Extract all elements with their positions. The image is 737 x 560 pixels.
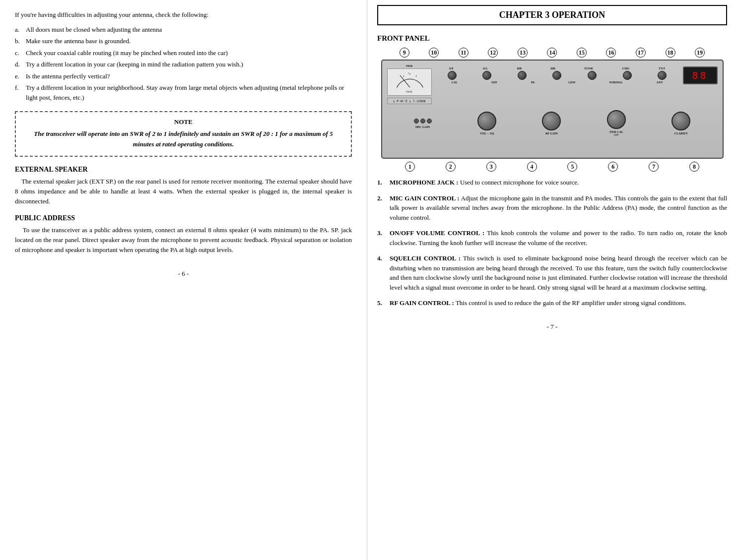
knob-hb1	[518, 71, 527, 80]
rf-gain-knob	[542, 112, 561, 130]
list-item: d. Try a different location in your car …	[15, 60, 352, 69]
labels-row-2: CAL OFF PA LDW NORMAL ANT	[435, 81, 680, 84]
knob-al	[482, 71, 491, 80]
bottom-knobs-row: MIC GAIN VOL ←SQ RF GAIN SWR CAL OFF	[382, 106, 723, 140]
desc-item-4: 4. SQUELCH CONTROL : This switch is used…	[377, 253, 727, 292]
knob-chg	[623, 71, 632, 80]
desc-num-4: 4.	[377, 253, 390, 292]
list-letter-d: d.	[15, 60, 26, 69]
descriptions-list: 1. MICROPHONE JACK : Used to connect mic…	[377, 178, 727, 308]
swr-meter-area: SWR 1 S ∞	[387, 64, 432, 104]
knob-sf	[448, 71, 457, 80]
list-item: c. Check your coaxial cable routing (it …	[15, 48, 352, 58]
vol-sq-knob	[477, 112, 496, 130]
label-chg: CHG	[622, 66, 630, 70]
desc-title-2: MIC GAIN CONTROL :	[390, 194, 460, 202]
label-hb1: HB	[517, 66, 522, 70]
knob-txt	[658, 71, 667, 80]
desc-num-3: 3.	[377, 228, 390, 248]
desc-title-4: SQUELCH CONTROL :	[390, 254, 461, 262]
labels-row-1: S/F A/L HB HB TONE CHG TXT	[435, 66, 680, 70]
chapter-header: CHAPTER 3 OPERATION	[377, 5, 727, 25]
right-panel: CHAPTER 3 OPERATION FRONT PANEL 9 10 11 …	[367, 0, 737, 560]
num-19: 19	[695, 48, 705, 58]
desc-title-5: RF GAIN CONTROL :	[390, 299, 454, 307]
bottom-numbers-row: 1 2 3 4 5 6 7 8	[380, 161, 725, 173]
swr-cal-knob	[607, 110, 626, 129]
label-cal: CAL	[451, 81, 458, 84]
digital-display: 88	[683, 66, 718, 84]
clarify-knob	[671, 112, 690, 130]
knob-hb2	[552, 71, 561, 80]
list-content-d: Try a different location in your car (ke…	[26, 60, 352, 69]
desc-text-1: Used to connect microphone for voice sou…	[459, 179, 579, 186]
svg-text:∞: ∞	[421, 87, 423, 88]
list-item: f. Try a different location in your neig…	[15, 83, 352, 102]
num-9: 9	[400, 48, 409, 58]
desc-item-2: 2. MIC GAIN CONTROL : Adjust the microph…	[377, 193, 727, 223]
channel-display: ç P·Al'E ç Ξ-129XN	[387, 98, 432, 104]
num-1: 1	[405, 162, 415, 172]
svg-line-4	[416, 75, 416, 77]
digital-display-area: 88	[683, 64, 718, 84]
desc-content-4: SQUELCH CONTROL : This switch is used to…	[390, 253, 727, 292]
num-13: 13	[518, 48, 528, 58]
desc-num-2: 2.	[377, 193, 390, 223]
list-letter-e: e.	[15, 71, 26, 81]
mic-jack-area: MIC GAIN	[414, 119, 432, 128]
desc-content-2: MIC GAIN CONTROL : Adjust the microphone…	[390, 193, 727, 223]
svg-line-0	[400, 75, 409, 88]
note-text: The transceiver will operate into an SWR…	[24, 129, 343, 150]
desc-title-1: MICROPHONE JACK :	[390, 179, 459, 186]
desc-num-1: 1.	[377, 178, 390, 187]
checklist: a. All doors must be closed when adjusti…	[15, 25, 352, 103]
desc-item-5: 5. RF GAIN CONTROL : This control is use…	[377, 298, 727, 308]
radio-face: SWR 1 S ∞	[381, 60, 724, 159]
list-content-f: Try a different location in your neighbo…	[26, 83, 352, 102]
public-address-title: PUBLIC ADDRESS	[15, 214, 352, 222]
vol-sq-label: VOL ←SQ	[480, 132, 494, 135]
num-6: 6	[608, 162, 618, 172]
desc-num-5: 5.	[377, 298, 390, 308]
swr-arc: 1 S ∞	[393, 71, 427, 88]
list-letter-b: b.	[15, 36, 26, 46]
list-letter-f: f.	[15, 83, 26, 102]
left-panel: If you're having difficulties in adjusti…	[0, 0, 367, 560]
svg-line-2	[403, 75, 403, 77]
front-panel-title: FRONT PANEL	[377, 34, 727, 43]
public-address-text: To use the transceiver as a public addre…	[15, 225, 352, 255]
desc-item-1: 1. MICROPHONE JACK : Used to connect mic…	[377, 178, 727, 187]
left-page-number: - 6 -	[15, 270, 352, 278]
intro-text: If you're having difficulties in adjusti…	[15, 10, 352, 20]
right-page-number: - 7 -	[377, 323, 727, 331]
mic-gain-label: MIC GAIN	[415, 125, 430, 128]
label-al: A/L	[482, 66, 488, 70]
list-content-c: Check your coaxial cable routing (it may…	[26, 48, 352, 58]
num-18: 18	[666, 48, 675, 58]
list-content-a: All doors must be closed when adjusting …	[26, 25, 352, 35]
knob-tone	[588, 71, 597, 80]
list-letter-c: c.	[15, 48, 26, 58]
rf-gain-label: RF GAIN	[545, 132, 558, 135]
list-content-b: Make sure the antenna base is grounded.	[26, 36, 352, 46]
label-tone: TONE	[584, 66, 593, 70]
label-pa: PA	[531, 81, 535, 84]
note-box: NOTE The transceiver will operate into a…	[15, 111, 352, 157]
desc-title-3: ON/OFF VOLUME CONTROL :	[390, 229, 484, 237]
svg-text:S: S	[407, 72, 409, 74]
knobs-row	[435, 71, 680, 80]
label-sf: S/F	[449, 66, 454, 70]
swr-cal-area: SWR CAL OFF	[607, 110, 626, 136]
swr-meter: 1 S ∞ SWR	[387, 68, 432, 96]
num-15: 15	[577, 48, 587, 58]
clarify-area: CLARIFY	[671, 112, 690, 135]
swr-off-label: OFF	[614, 133, 619, 136]
desc-text-5: This control is used to reduce the gain …	[454, 299, 686, 307]
num-17: 17	[636, 48, 646, 58]
label-off: OFF	[491, 81, 497, 84]
label-normal: NORMAL	[609, 81, 623, 84]
label-ldw: LDW	[568, 81, 575, 84]
list-item: b. Make sure the antenna base is grounde…	[15, 36, 352, 46]
list-item: a. All doors must be closed when adjusti…	[15, 25, 352, 35]
middle-controls: S/F A/L HB HB TONE CHG TXT	[435, 64, 680, 84]
